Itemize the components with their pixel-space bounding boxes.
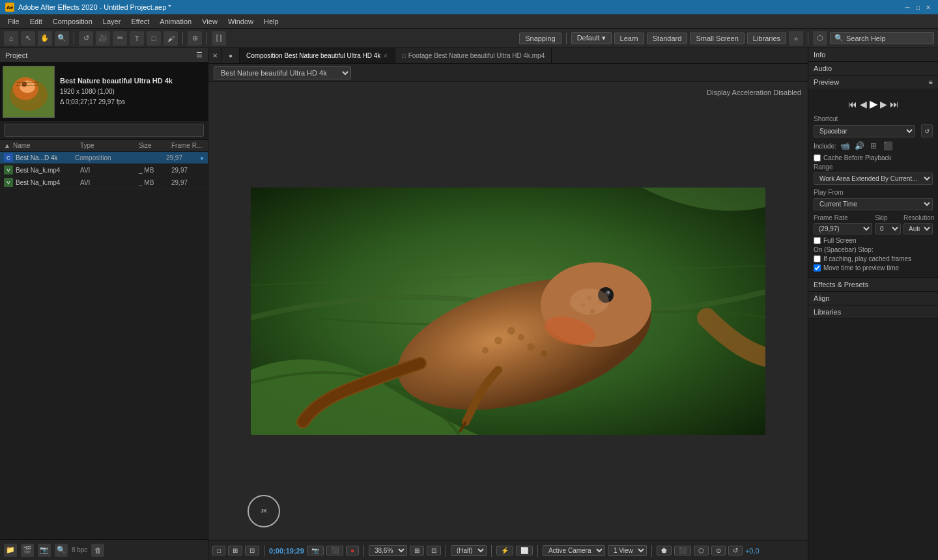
viewer-tab-close-1[interactable]: ✕ [208,48,222,63]
render-region-button[interactable]: ⬟ [657,546,672,555]
step-back-button[interactable]: ◀ [860,99,867,109]
resolution-select[interactable]: Auto [903,223,933,234]
menu-view[interactable]: View [197,16,223,27]
exposure-button[interactable]: ⊙ [711,546,726,555]
always-preview-button[interactable]: □ [212,546,225,555]
puppet-tool-button[interactable]: ⊕ [188,31,202,46]
libraries-workspace-button[interactable]: Libraries [747,33,786,44]
menu-composition[interactable]: Composition [48,16,98,27]
menu-effect[interactable]: Effect [126,16,154,27]
hand-tool-button[interactable]: ✋ [38,31,52,46]
frame-rate-select[interactable]: (29,97) [814,223,872,234]
maximize-button[interactable]: □ [913,3,922,12]
paint-tool-button[interactable]: 🖌 [163,31,178,46]
viewer-tab-composition[interactable]: Composition Best Nature beautiful Ultra … [240,48,395,63]
new-folder-button[interactable]: 📁 [4,544,17,557]
default-workspace-button[interactable]: Default ▾ [571,32,612,44]
show-channel-button[interactable]: ⬛ [674,546,691,555]
fit-view-button[interactable]: ⊞ [410,546,424,555]
camera-icon[interactable]: 📷 [307,546,324,555]
color-picker-button[interactable]: ⬛ [326,546,343,555]
list-item[interactable]: V Best Na_k.mp4 AVI _ MB 29,97 [0,164,208,176]
libraries-section-header[interactable]: Libraries [808,305,938,318]
search-button[interactable]: 🔍 [55,544,68,557]
new-item-button[interactable]: 📷 [38,544,51,557]
menu-layer[interactable]: Layer [98,16,126,27]
zoom-tool-button[interactable]: 🔍 [55,31,69,46]
play-from-select[interactable]: Current Time [814,198,933,210]
snapping-button[interactable]: Snapping [519,33,561,44]
audio-section-header[interactable]: Audio [808,62,938,75]
item-fps: 29,97 [171,167,204,174]
list-item[interactable]: V Best Na_k.mp4 AVI _ MB 29,97 [0,176,208,189]
list-item[interactable]: C Best Na...D 4k Composition 29,97 ● [0,152,208,164]
menu-animation[interactable]: Animation [154,16,197,27]
cache-playback-checkbox[interactable] [814,154,821,161]
region-of-interest-button[interactable]: ⊞ [228,546,242,555]
menu-help[interactable]: Help [259,16,284,27]
resolution-label: Resolution [903,214,933,221]
footage-tab-checkbox: □ [402,53,405,59]
comp-tab-close[interactable]: ✕ [383,53,388,59]
show-color-button[interactable]: ⬡ [694,546,709,555]
step-forward-button[interactable]: ▶ [880,99,887,109]
effects-include-button[interactable]: ⬛ [882,140,894,152]
view-options-button[interactable]: ⊡ [427,546,441,555]
effects-presets-header[interactable]: Effects & Presets [808,278,938,291]
transparency-grid-button[interactable]: ⊡ [245,546,259,555]
fast-preview-button[interactable]: ⚡ [496,546,513,555]
zoom-dropdown[interactable]: 38,6% [369,545,407,556]
align-button[interactable]: ⟦⟧ [212,31,226,46]
camera-tool-button[interactable]: 🎥 [96,31,110,46]
text-tool-button[interactable]: T [130,31,144,46]
comp-name-select[interactable]: Best Nature beautiful Ultra HD 4k [214,66,351,79]
current-timecode[interactable]: 0;00;19;29 [269,547,304,555]
minimize-button[interactable]: ─ [903,3,912,12]
viewer-tab-footage[interactable]: □ Footage Best Nature beautiful Ultra HD… [395,48,552,63]
pen-tool-button[interactable]: ✏ [113,31,127,46]
shortcut-reset-button[interactable]: ↺ [921,124,933,137]
shortcut-select[interactable]: Spacebar [814,125,915,137]
skip-select[interactable]: 0 [875,223,901,234]
menu-edit[interactable]: Edit [25,16,48,27]
home-tool-button[interactable]: ⌂ [4,31,18,46]
camera-view-dropdown[interactable]: Active Camera [543,545,605,556]
audio-include-button[interactable]: 🔊 [853,140,865,152]
learn-workspace-button[interactable]: Learn [614,33,644,44]
standard-workspace-button[interactable]: Standard [647,33,688,44]
fullscreen-row: Full Screen [814,237,933,244]
if-caching-checkbox[interactable] [814,255,821,262]
red-marker-button[interactable]: ● [346,546,359,555]
svg-point-19 [494,337,502,344]
info-section-header[interactable]: Info [808,48,938,61]
close-button[interactable]: ✕ [924,3,933,12]
select-tool-button[interactable]: ↖ [21,31,35,46]
skip-to-start-button[interactable]: ⏮ [848,99,857,109]
menu-window[interactable]: Window [223,16,259,27]
reset-button[interactable]: ↺ [728,546,743,555]
skip-to-end-button[interactable]: ⏭ [890,99,899,109]
more-workspaces-button[interactable]: » [789,31,803,46]
window-controls[interactable]: ─ □ ✕ [903,3,933,12]
export-button[interactable]: ⬡ [813,31,827,46]
range-select[interactable]: Work Area Extended By Current... [814,173,933,185]
project-panel-menu-icon[interactable]: ☰ [196,51,203,59]
fullscreen-checkbox[interactable] [814,237,821,244]
new-composition-button[interactable]: 🎬 [21,544,34,557]
resolution-dropdown[interactable]: (Half) [451,545,487,556]
small-screen-workspace-button[interactable]: Small Screen [690,33,744,44]
delete-button[interactable]: 🗑 [91,544,104,557]
shape-tool-button[interactable]: □ [147,31,161,46]
rotate-tool-button[interactable]: ↺ [79,31,93,46]
video-include-button[interactable]: 📹 [839,140,851,152]
transparency-button[interactable]: ⬜ [516,546,533,555]
view-count-dropdown[interactable]: 1 View [608,545,647,556]
project-search-input[interactable] [4,124,204,137]
play-button[interactable]: ▶ [870,98,877,110]
preview-menu-icon[interactable]: ≡ [929,78,933,86]
move-time-checkbox[interactable] [814,264,821,272]
overlay-include-button[interactable]: ⊞ [868,140,879,152]
preview-section-header[interactable]: Preview ≡ [808,76,938,89]
menu-file[interactable]: File [3,16,25,27]
align-section-header[interactable]: Align [808,292,938,305]
